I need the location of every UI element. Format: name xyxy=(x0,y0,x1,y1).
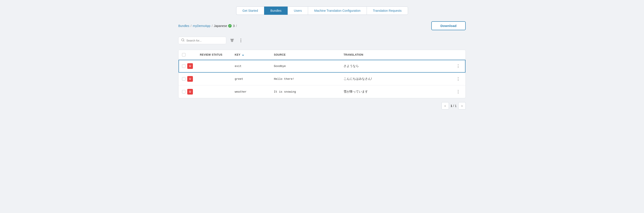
row-checkbox-cell[interactable]: U xyxy=(178,73,196,85)
header-checkbox[interactable] xyxy=(178,50,196,60)
row-more-button[interactable]: ⋮ xyxy=(454,76,462,82)
pagination: ‹ 1 / 1 › xyxy=(178,102,466,110)
breadcrumb-myDemoApp[interactable]: myDemoApp xyxy=(193,24,210,28)
breadcrumb-count: 3 xyxy=(233,24,235,28)
row-status-cell xyxy=(196,73,231,85)
row-more-button[interactable]: ⋮ xyxy=(454,88,462,95)
chevron-right-icon: › xyxy=(461,104,462,108)
row-translation-cell: さようなら xyxy=(340,60,451,73)
row-status-cell xyxy=(196,60,231,73)
row-actions-cell: ⋮ xyxy=(451,60,466,73)
tab-get-started[interactable]: Get Started xyxy=(236,6,264,15)
check-icon: ✓ xyxy=(228,24,232,28)
filter-icon xyxy=(230,38,234,43)
header-key[interactable]: KEY ▲ xyxy=(231,50,270,60)
status-badge: U xyxy=(187,63,193,69)
row-status-cell xyxy=(196,85,231,98)
tab-translation-requests[interactable]: Translation Requests xyxy=(367,6,408,15)
table-row[interactable]: U greet Hello there! こんにちはみなさん! ⋮ xyxy=(178,73,466,85)
search-icon xyxy=(181,38,184,43)
search-row: ⋮ xyxy=(178,35,466,45)
table-header-row: REVIEW STATUS KEY ▲ SOURCE TRANSLATION xyxy=(178,50,466,60)
row-actions-cell: ⋮ xyxy=(451,73,466,85)
select-all-checkbox[interactable] xyxy=(182,53,186,56)
prev-page-button[interactable]: ‹ xyxy=(442,102,449,110)
row-source-cell: Hello there! xyxy=(270,73,340,85)
row-checkbox-cell[interactable]: U xyxy=(178,85,196,98)
row-translation-cell: こんにちはみなさん! xyxy=(340,73,451,85)
search-input[interactable] xyxy=(186,39,224,42)
chevron-left-icon: ‹ xyxy=(444,104,446,108)
page-separator: / xyxy=(453,104,454,108)
breadcrumb-japanese-label: Japanese xyxy=(214,24,227,28)
row-checkbox[interactable] xyxy=(182,77,186,81)
data-table: REVIEW STATUS KEY ▲ SOURCE TRANSLATION U… xyxy=(178,50,466,98)
breadcrumb-sep-3: / xyxy=(236,24,237,28)
tab-bundles[interactable]: Bundles xyxy=(264,6,288,15)
row-actions-cell: ⋮ xyxy=(451,85,466,98)
row-checkbox-cell[interactable]: U xyxy=(178,60,196,73)
tab-users[interactable]: Users xyxy=(288,6,308,15)
row-source-cell: Goodbye xyxy=(270,60,340,73)
row-translation-cell: 雪が降っています xyxy=(340,85,451,98)
row-more-button[interactable]: ⋮ xyxy=(454,63,462,69)
more-options-button[interactable]: ⋮ xyxy=(238,37,244,44)
svg-line-1 xyxy=(184,41,184,41)
page-info: 1 / 1 xyxy=(451,104,456,108)
breadcrumb-bundles[interactable]: Bundles xyxy=(178,24,190,28)
table-row[interactable]: U exit Goodbye さようなら ⋮ xyxy=(178,60,466,73)
breadcrumb: Bundles / myDemoApp / Japanese ✓ 3 / xyxy=(178,24,237,28)
header-source: SOURCE xyxy=(270,50,340,60)
status-badge: U xyxy=(187,89,193,95)
filter-button[interactable] xyxy=(229,37,235,44)
row-checkbox[interactable] xyxy=(182,90,186,93)
more-options-icon: ⋮ xyxy=(239,38,243,43)
breadcrumb-japanese: Japanese ✓ xyxy=(214,24,232,28)
row-checkbox[interactable] xyxy=(182,64,186,68)
download-button[interactable]: Download xyxy=(431,21,466,30)
sort-arrow-icon: ▲ xyxy=(242,53,244,56)
breadcrumb-row: Bundles / myDemoApp / Japanese ✓ 3 / Dow… xyxy=(178,21,466,30)
main-nav: Get Started Bundles Users Machine Transl… xyxy=(178,6,466,15)
breadcrumb-sep-2: / xyxy=(212,24,212,28)
search-wrapper xyxy=(178,37,226,44)
row-key-cell: weather xyxy=(231,85,270,98)
breadcrumb-sep-1: / xyxy=(191,24,192,28)
next-page-button[interactable]: › xyxy=(458,102,466,110)
current-page: 1 xyxy=(451,104,452,108)
row-source-cell: It is snowing xyxy=(270,85,340,98)
row-key-cell: exit xyxy=(231,60,270,73)
total-pages: 1 xyxy=(455,104,456,108)
status-badge: U xyxy=(187,76,193,82)
table-row[interactable]: U weather It is snowing 雪が降っています ⋮ xyxy=(178,85,466,98)
header-review-status: REVIEW STATUS xyxy=(196,50,231,60)
header-translation: TRANSLATION xyxy=(340,50,451,60)
tab-machine-translation[interactable]: Machine Translation Configuration xyxy=(308,6,366,15)
row-key-cell: greet xyxy=(231,73,270,85)
